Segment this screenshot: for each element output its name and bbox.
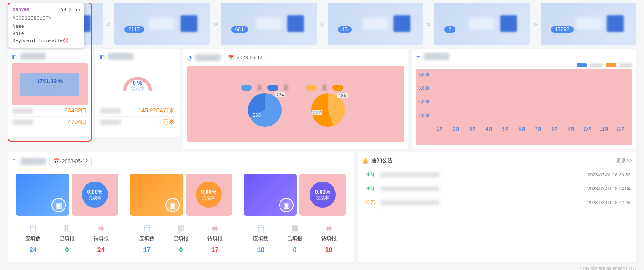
- tooltip-row: Role: [13, 30, 80, 37]
- person-icon: ✦: [416, 53, 420, 60]
- stat-label: 已填报: [50, 235, 84, 242]
- pie-chart: 224 563: [248, 93, 282, 127]
- stat-value: 17: [198, 246, 232, 254]
- notice-panel: 🔔通知公告 更多>> 通知2023-03-01 16:30:32通知2023-0…: [358, 152, 636, 262]
- summary-card-row: 4 » 2117 » 661 » 15 » 2 » 17692: [0, 0, 644, 47]
- gauge-value: 1741.39 %: [37, 78, 63, 84]
- task-image: ▣: [16, 174, 69, 216]
- gauge-sub: 完成率: [131, 86, 145, 92]
- stat-label: 应填数: [16, 235, 50, 242]
- panel-title: [108, 53, 133, 60]
- bar-chart: 8,000 6,000 4,000 2,000: [432, 72, 629, 126]
- task-image: ▣: [244, 174, 297, 216]
- notice-item[interactable]: 通知2023-03-01 16:30:32: [362, 168, 632, 182]
- stat-label: [100, 108, 121, 113]
- notice-time: 2023-03-09 18:14:04: [587, 186, 631, 191]
- stat-value: 10: [244, 246, 278, 254]
- notice-time: 2023-03-09 18:14:48: [587, 200, 631, 205]
- clipboard-icon: ▥: [278, 223, 312, 233]
- task-gauge: 0.00%完成率: [186, 174, 232, 216]
- stat-value: 10: [312, 246, 346, 254]
- summary-icon: [287, 15, 304, 32]
- notice-time: 2023-03-01 16:30:32: [587, 172, 631, 177]
- clipboard-icon: ▥: [164, 223, 198, 233]
- more-link[interactable]: 更多>>: [616, 157, 632, 164]
- task-gauge: 0.00%完成率: [72, 174, 118, 216]
- stat-label: 已填报: [164, 235, 198, 242]
- calendar-icon: 📅: [53, 158, 59, 164]
- summary-badge: 2: [444, 26, 455, 33]
- chevron-right-icon: »: [320, 3, 324, 45]
- notice-title-blur: [380, 172, 439, 177]
- task-type-icon: ▣: [51, 198, 66, 212]
- legend-swatch: [606, 63, 616, 67]
- tooltip-row: Name: [13, 23, 80, 30]
- summary-icon: [393, 15, 410, 32]
- gauge-canvas: 1741.39 % 完成率: [20, 73, 79, 96]
- task-card[interactable]: ▣ 0.00%完成率 ▤应填数10 ▥已填报0 ◉待填报10: [240, 169, 350, 258]
- clipboard-icon: ▥: [50, 223, 84, 233]
- stat-value: 4794口: [68, 118, 87, 126]
- stat-value: 83482口: [65, 107, 87, 115]
- chevron-right-icon: »: [426, 3, 431, 45]
- summary-badge: 2117: [124, 26, 144, 33]
- tooltip-section: ACCESSIBILITY: [13, 16, 80, 21]
- notice-item[interactable]: 通知2023-03-09 18:14:04: [362, 182, 632, 195]
- summary-card[interactable]: 15: [328, 3, 423, 45]
- notice-item[interactable]: 公告2023-03-09 18:14:48: [362, 195, 632, 209]
- tooltip-dimensions: 159 × 55: [58, 7, 80, 12]
- date-picker[interactable]: 📅2023-05-12: [224, 53, 266, 62]
- legend-swatch: [577, 63, 587, 67]
- tooltip-element-tag: canvas: [13, 7, 30, 12]
- footer-credit: CSDN @xiahuaxuanlan1113: [0, 264, 644, 270]
- summary-icon: [607, 15, 624, 32]
- pie-panel: ◔ 📅2023-05-12 立正 224 563 立 185 332: [183, 49, 408, 149]
- stat-label: 待填报: [84, 235, 118, 242]
- task-card[interactable]: ▣ 0.00%完成率 ▤应填数24 ▥已填报0 ◉待填报24: [12, 169, 122, 258]
- clipboard-icon: 🗒: [12, 158, 17, 165]
- notice-title: 通知公告: [371, 157, 393, 164]
- summary-badge: 15: [338, 26, 352, 33]
- pie-icon: ◔: [187, 55, 192, 61]
- chart-icon: ◧: [100, 53, 105, 60]
- summary-card[interactable]: 2117: [114, 3, 210, 45]
- task-type-icon: ▣: [279, 198, 294, 212]
- stat-value: 0: [278, 246, 312, 254]
- chevron-right-icon: »: [107, 3, 111, 45]
- summary-badge: 661: [231, 26, 248, 33]
- chart-icon: ◧: [12, 53, 17, 60]
- alert-icon: ◉: [312, 223, 346, 233]
- bell-icon: 🔔: [362, 158, 369, 164]
- chevron-right-icon: »: [533, 3, 537, 45]
- stat-label: [100, 120, 121, 125]
- gauge-panel-1: ◧ 1741.39 % 完成率 83482口 4794口: [8, 49, 92, 137]
- summary-icon: [181, 15, 197, 32]
- summary-card[interactable]: 661: [221, 3, 317, 45]
- task-image: ▣: [130, 174, 183, 216]
- summary-card[interactable]: 17692: [541, 3, 636, 45]
- task-type-icon: ▣: [165, 198, 180, 212]
- stat-label: [13, 120, 33, 125]
- stat-value: 0: [50, 246, 84, 254]
- doc-icon: ▤: [130, 223, 164, 233]
- doc-icon: ▤: [16, 223, 50, 233]
- summary-icon: [500, 15, 517, 32]
- doc-icon: ▤: [244, 223, 278, 233]
- legend-swatch: [267, 85, 278, 91]
- panel-title: [21, 158, 46, 165]
- alert-icon: ◉: [84, 223, 118, 233]
- stat-value: 万米: [163, 118, 175, 126]
- notice-title-blur: [380, 186, 439, 191]
- task-card[interactable]: ▣ 0.00%完成率 ▤应填数17 ▥已填报0 ◉待填报17: [126, 169, 236, 258]
- stat-label: 已填报: [278, 235, 312, 242]
- legend-swatch: [332, 85, 343, 91]
- tooltip-row: Keyboard-focusable🚫: [13, 37, 80, 44]
- summary-card[interactable]: 2: [434, 3, 530, 45]
- stat-label: 应填数: [244, 235, 278, 242]
- task-panel: 🗒 📅2023-05-12 ▣ 0.00%完成率 ▤应填数24 ▥已填报0 ◉待…: [8, 152, 354, 262]
- date-picker[interactable]: 📅2023-05-12: [49, 157, 92, 166]
- panel-title: [195, 54, 221, 61]
- notice-tag: 通知: [364, 171, 377, 178]
- pie-chart: 185 332: [311, 93, 345, 127]
- stat-value: 24: [16, 246, 50, 254]
